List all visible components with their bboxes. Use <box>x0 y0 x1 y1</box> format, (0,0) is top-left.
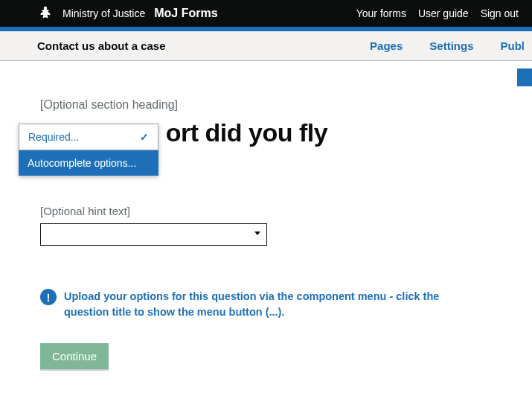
product-name: MoJ Forms <box>154 7 217 20</box>
info-text: Upload your options for this question vi… <box>64 289 442 319</box>
tab-publish[interactable]: Publ <box>501 39 525 52</box>
menu-item-autocomplete-options[interactable]: Autocomplete options... <box>19 150 158 176</box>
header-nav: Your forms User guide Sign out <box>356 7 519 19</box>
hint-text-placeholder[interactable]: [Optional hint text] <box>40 205 532 217</box>
autocomplete-select[interactable] <box>40 223 267 246</box>
info-banner: ! Upload your options for this question … <box>40 289 442 319</box>
question-title-text: ort did you fly <box>166 118 327 147</box>
nav-user-guide[interactable]: User guide <box>418 7 469 19</box>
info-icon: ! <box>40 289 57 305</box>
menu-item-autocomplete-label: Autocomplete options... <box>28 157 136 169</box>
editor-tabs: Pages Settings Publ <box>370 39 532 52</box>
check-icon: ✓ <box>140 131 149 143</box>
nav-your-forms[interactable]: Your forms <box>356 7 406 19</box>
tab-pages[interactable]: Pages <box>370 39 403 52</box>
page-editor: [Optional section heading] Which airport… <box>0 61 532 369</box>
tab-settings[interactable]: Settings <box>429 39 473 52</box>
form-bar: Contact us about a case Pages Settings P… <box>0 31 532 61</box>
nav-sign-out[interactable]: Sign out <box>481 7 519 19</box>
govuk-crest-icon <box>37 5 54 22</box>
ministry-name: Ministry of Justice <box>63 7 145 19</box>
form-title: Contact us about a case <box>37 39 166 52</box>
component-context-menu: Required... ✓ Autocomplete options... <box>19 124 158 176</box>
menu-item-required-label: Required... <box>28 131 79 143</box>
global-header: Ministry of Justice MoJ Forms Your forms… <box>0 0 532 27</box>
header-brand: Ministry of Justice MoJ Forms <box>37 5 218 22</box>
section-heading-placeholder[interactable]: [Optional section heading] <box>40 98 532 112</box>
menu-item-required[interactable]: Required... ✓ <box>19 124 158 150</box>
continue-button[interactable]: Continue <box>40 343 109 369</box>
